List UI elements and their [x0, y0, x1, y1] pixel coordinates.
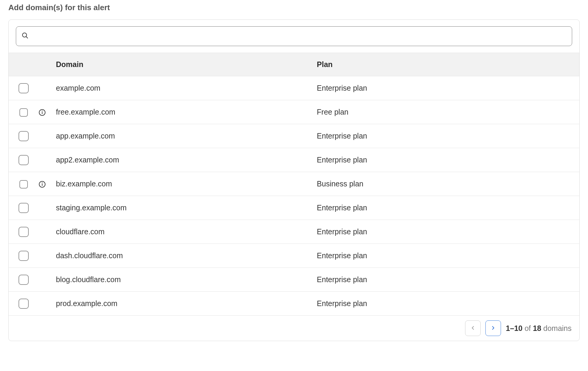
table-row: cloudflare.comEnterprise plan [9, 220, 579, 244]
plan-cell: Enterprise plan [317, 220, 579, 244]
domain-picker-card: Domain Plan example.comEnterprise planfr… [8, 19, 580, 341]
plan-cell: Enterprise plan [317, 124, 579, 148]
table-row: example.comEnterprise plan [9, 76, 579, 100]
domain-cell: biz.example.com [56, 172, 317, 196]
table-row: staging.example.comEnterprise plan [9, 196, 579, 220]
info-icon[interactable] [39, 109, 46, 116]
row-checkbox[interactable] [19, 299, 29, 309]
domain-cell: cloudflare.com [56, 220, 317, 244]
svg-line-1 [26, 37, 28, 38]
column-header-plan: Plan [317, 53, 579, 76]
page-title: Add domain(s) for this alert [8, 3, 580, 12]
domain-cell: free.example.com [56, 100, 317, 124]
table-row: blog.cloudflare.comEnterprise plan [9, 268, 579, 292]
table-row: app2.example.comEnterprise plan [9, 148, 579, 172]
pagination-summary: 1–10 of 18 domains [506, 324, 572, 333]
table-header-row: Domain Plan [9, 53, 579, 76]
svg-point-0 [22, 33, 27, 37]
row-checkbox[interactable] [19, 227, 29, 237]
domain-cell: blog.cloudflare.com [56, 268, 317, 292]
row-checkbox[interactable] [19, 83, 29, 93]
chevron-left-icon [470, 325, 476, 332]
search-icon [22, 32, 29, 40]
next-page-button[interactable] [485, 320, 501, 336]
svg-point-4 [42, 111, 42, 111]
domain-cell: prod.example.com [56, 292, 317, 316]
table-row: app.example.comEnterprise plan [9, 124, 579, 148]
plan-cell: Business plan [317, 172, 579, 196]
domain-cell: example.com [56, 76, 317, 100]
plan-cell: Enterprise plan [317, 292, 579, 316]
row-checkbox[interactable] [19, 275, 29, 285]
info-icon[interactable] [39, 181, 46, 188]
pagination-range: 1–10 [506, 324, 523, 332]
row-checkbox[interactable] [19, 155, 29, 165]
plan-cell: Enterprise plan [317, 244, 579, 268]
domain-cell: dash.cloudflare.com [56, 244, 317, 268]
plan-cell: Enterprise plan [317, 148, 579, 172]
domain-table: Domain Plan example.comEnterprise planfr… [9, 53, 579, 316]
table-row: free.example.comFree plan [9, 100, 579, 124]
row-checkbox[interactable] [19, 108, 28, 117]
prev-page-button[interactable] [465, 320, 481, 336]
pagination-total: 18 [533, 324, 541, 332]
domain-cell: app2.example.com [56, 148, 317, 172]
column-header-domain: Domain [56, 53, 317, 76]
plan-cell: Free plan [317, 100, 579, 124]
plan-cell: Enterprise plan [317, 76, 579, 100]
plan-cell: Enterprise plan [317, 268, 579, 292]
table-footer: 1–10 of 18 domains [9, 316, 579, 341]
row-checkbox[interactable] [19, 180, 28, 188]
domain-cell: app.example.com [56, 124, 317, 148]
row-checkbox[interactable] [19, 131, 29, 141]
table-row: prod.example.comEnterprise plan [9, 292, 579, 316]
chevron-right-icon [490, 325, 496, 332]
row-checkbox[interactable] [19, 203, 29, 213]
table-row: dash.cloudflare.comEnterprise plan [9, 244, 579, 268]
svg-point-7 [42, 183, 42, 183]
table-row: biz.example.comBusiness plan [9, 172, 579, 196]
search-input[interactable] [29, 32, 566, 41]
search-field-wrapper[interactable] [16, 26, 572, 46]
row-checkbox[interactable] [19, 251, 29, 261]
plan-cell: Enterprise plan [317, 196, 579, 220]
domain-cell: staging.example.com [56, 196, 317, 220]
